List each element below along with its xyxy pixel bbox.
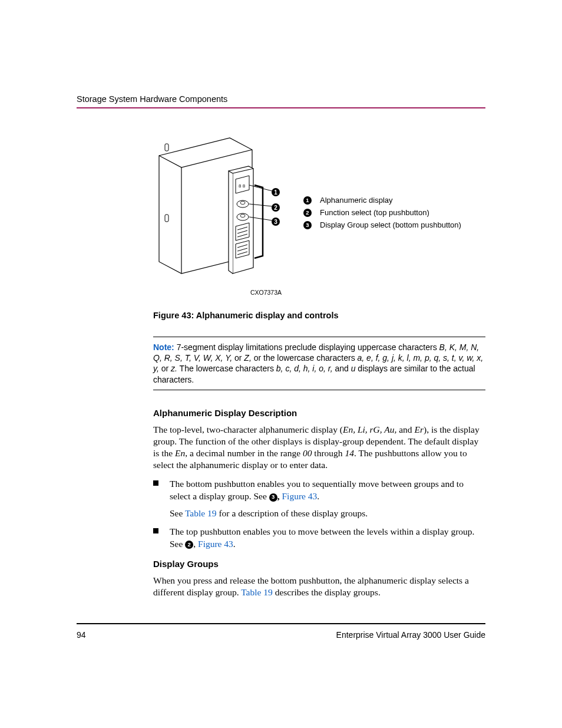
callout-num-1: 1 xyxy=(303,196,312,205)
link-table19-b[interactable]: Table 19 xyxy=(241,587,273,597)
svg-rect-0 xyxy=(165,144,168,151)
list-item: The bottom pushbutton enables you to seq… xyxy=(153,478,485,520)
page-footer: 94 Enterprise Virtual Array 3000 User Gu… xyxy=(77,623,485,640)
para-display-groups: When you press and release the bottom pu… xyxy=(77,575,485,598)
callout-3: 3 Display Group select (bottom pushbutto… xyxy=(303,220,461,229)
callout-text-1: Alphanumeric display xyxy=(320,196,393,205)
note-text: 7-segment display limitations preclude d… xyxy=(174,342,439,352)
bullet-list: The bottom pushbutton enables you to seq… xyxy=(77,478,485,551)
figure-43: 8 8 1 xyxy=(153,132,485,296)
svg-text:1: 1 xyxy=(274,189,277,196)
doc-title: Enterprise Virtual Array 3000 User Guide xyxy=(336,630,485,640)
figure-caption: Figure 43: Alphanumeric display and cont… xyxy=(77,311,485,320)
note-label: Note: xyxy=(153,342,174,352)
callout-1: 1 Alphanumeric display xyxy=(303,196,461,205)
running-header: Storage System Hardware Components xyxy=(77,94,485,104)
bullet-icon xyxy=(153,528,158,533)
inline-circ-2: 2 xyxy=(185,541,193,549)
callout-num-2: 2 xyxy=(303,209,312,217)
sub-alpha-desc: Alphanumeric Display Description xyxy=(77,408,485,418)
callout-text-3: Display Group select (bottom pushbutton) xyxy=(320,220,461,229)
svg-text:8 8: 8 8 xyxy=(239,183,246,189)
inline-circ-3: 3 xyxy=(269,493,277,502)
link-table19[interactable]: Table 19 xyxy=(185,508,217,518)
callout-num-3: 3 xyxy=(303,221,312,229)
svg-rect-1 xyxy=(165,215,168,222)
list-item: The top pushbutton enables you to move b… xyxy=(153,526,485,551)
bullet-icon xyxy=(153,480,158,486)
page-number: 94 xyxy=(77,630,86,640)
callout-2: 2 Function select (top pushbutton) xyxy=(303,208,461,217)
controller-illustration: 8 8 1 xyxy=(153,132,286,285)
diagram-code: CXO7373A xyxy=(153,289,286,296)
svg-text:2: 2 xyxy=(274,205,277,211)
link-figure43-b[interactable]: Figure 43 xyxy=(198,539,233,549)
para-alpha-desc: The top-level, two-character alphanumeri… xyxy=(77,424,485,472)
link-figure43[interactable]: Figure 43 xyxy=(282,491,317,501)
note-box: Note: 7-segment display limitations prec… xyxy=(153,337,485,390)
callout-text-2: Function select (top pushbutton) xyxy=(320,208,429,217)
header-rule xyxy=(77,107,485,108)
sub-line: See Table 19 for a description of these … xyxy=(170,508,485,520)
hardware-diagram: 8 8 1 xyxy=(153,132,286,296)
sub-display-groups: Display Groups xyxy=(77,559,485,569)
svg-text:3: 3 xyxy=(274,219,277,225)
callout-legend: 1 Alphanumeric display 2 Function select… xyxy=(303,132,461,296)
